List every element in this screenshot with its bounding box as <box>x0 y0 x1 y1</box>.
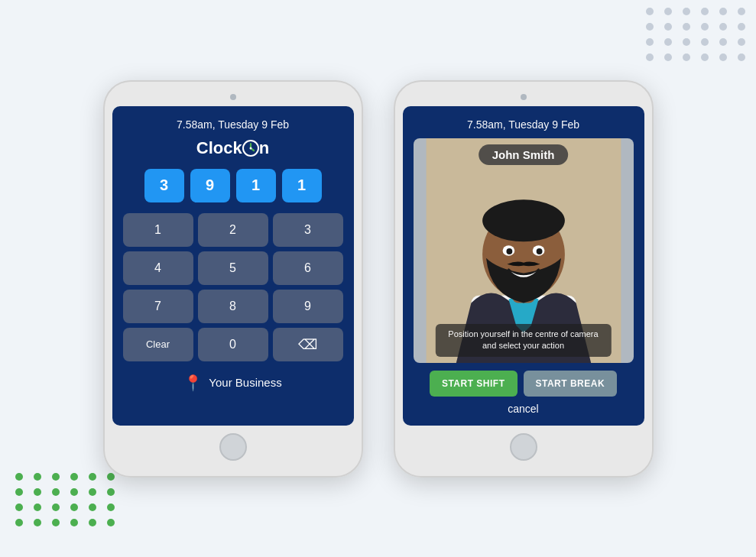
start-shift-button[interactable]: START SHIFT <box>430 371 518 397</box>
svg-point-10 <box>536 248 542 254</box>
right-camera-dot <box>521 94 527 100</box>
right-home-button[interactable] <box>510 433 537 461</box>
left-camera-dot <box>230 94 236 100</box>
logo-text-before: Clock <box>196 138 242 158</box>
pin-display: 3 9 1 1 <box>144 169 322 202</box>
business-label: 📍 Your Business <box>183 374 281 392</box>
svg-point-9 <box>506 248 512 254</box>
decorative-dots-bottom-left <box>15 473 118 526</box>
right-ipad: 7.58am, Tuesday 9 Feb <box>394 80 654 478</box>
left-home-button[interactable] <box>219 433 247 461</box>
key-0[interactable]: 0 <box>198 328 268 361</box>
pin-digit-4: 1 <box>282 169 322 202</box>
svg-point-1 <box>249 147 251 149</box>
cancel-link[interactable]: cancel <box>508 403 538 415</box>
tablets-wrapper: 7.58am, Tuesday 9 Feb Clock n 3 9 1 1 1 … <box>103 80 654 478</box>
pin-digit-2: 9 <box>190 169 230 202</box>
location-icon: 📍 <box>183 374 203 392</box>
pin-digit-1: 3 <box>144 169 184 202</box>
logo-text-after: n <box>259 138 269 158</box>
key-backspace[interactable]: ⌫ <box>273 328 343 361</box>
right-screen: 7.58am, Tuesday 9 Feb <box>403 106 644 426</box>
logo-circle-icon <box>242 140 259 157</box>
key-7[interactable]: 7 <box>123 290 193 323</box>
key-4[interactable]: 4 <box>123 251 193 285</box>
key-6[interactable]: 6 <box>273 251 343 285</box>
right-datetime: 7.58am, Tuesday 9 Feb <box>467 118 579 131</box>
svg-point-6 <box>482 199 565 241</box>
key-5[interactable]: 5 <box>198 251 268 285</box>
key-clear[interactable]: Clear <box>123 328 193 361</box>
key-9[interactable]: 9 <box>273 290 343 323</box>
employee-name-badge: John Smith <box>479 144 569 165</box>
action-buttons: START SHIFT START BREAK <box>414 371 634 397</box>
pin-digit-3: 1 <box>236 169 276 202</box>
left-datetime: 7.58am, Tuesday 9 Feb <box>177 118 289 131</box>
key-8[interactable]: 8 <box>198 290 268 323</box>
key-3[interactable]: 3 <box>273 213 343 247</box>
key-2[interactable]: 2 <box>198 213 268 247</box>
camera-hint-text: Position yourself in the centre of camer… <box>435 324 611 357</box>
clockon-logo: Clock n <box>196 138 269 158</box>
left-screen: 7.58am, Tuesday 9 Feb Clock n 3 9 1 1 1 … <box>112 106 354 426</box>
start-break-button[interactable]: START BREAK <box>524 371 618 397</box>
key-1[interactable]: 1 <box>123 213 193 247</box>
business-name: Your Business <box>209 376 281 389</box>
keypad-grid: 1 2 3 4 5 6 7 8 9 Clear 0 ⌫ <box>123 213 343 361</box>
decorative-dots-top-right <box>646 8 748 61</box>
face-photo-area: John Smith Position yourself in the cent… <box>414 138 634 363</box>
left-ipad: 7.58am, Tuesday 9 Feb Clock n 3 9 1 1 1 … <box>103 80 363 478</box>
